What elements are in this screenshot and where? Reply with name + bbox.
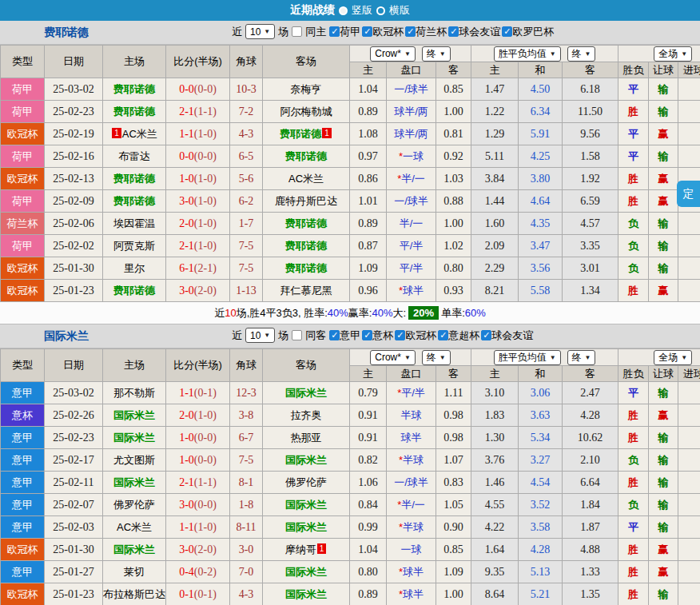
league-checkbox[interactable]: ✓ [362, 330, 372, 340]
odds-stage-select[interactable]: 终▼ [422, 46, 451, 62]
league-checkbox[interactable]: ✓ [481, 330, 491, 340]
league-checkbox[interactable]: ✓ [405, 26, 416, 37]
match-date: 25-01-23 [45, 280, 103, 302]
match-date: 25-01-30 [45, 539, 103, 561]
result-label: 胜 [618, 404, 649, 427]
league-badge: 欧冠杯 [1, 168, 45, 190]
avg-home-odds: 5.11 [471, 145, 519, 168]
away-team: 费耶诺德 [263, 145, 350, 168]
bookmaker-select[interactable]: Crow*▼ [370, 46, 416, 62]
near-label: 近 [232, 328, 242, 343]
avg-odds-select[interactable]: 胜平负均值▼ [494, 350, 561, 365]
goals-cell-clipped [678, 101, 700, 123]
league-checkbox[interactable]: ✓ [395, 330, 405, 340]
table-row: 意杯25-02-26国际米兰2-0(1-0)3-8拉齐奥0.91半球0.981.… [1, 404, 700, 427]
corners-count: 6-7 [230, 427, 263, 449]
col-header-avg-home: 主 [471, 366, 519, 382]
handicap-result-label: 输 [649, 516, 678, 539]
handicap-result-label: 输 [649, 382, 678, 404]
handicap-odds-away: 0.85 [436, 539, 471, 561]
vertical-layout-label: 竖版 [352, 3, 372, 18]
avg-odds-select[interactable]: 胜平负均值▼ [494, 46, 561, 62]
handicap-odds-away: 0.90 [436, 516, 471, 539]
handicap-line: 一/球半 [387, 472, 436, 494]
away-team: 奈梅亨 [263, 78, 350, 101]
avg-stage-select[interactable]: 终▼ [567, 350, 596, 365]
handicap-line: *半球 [387, 449, 436, 472]
league-checkbox[interactable]: ✓ [362, 26, 372, 37]
handicap-odds-away: 0.80 [436, 257, 471, 280]
league-checkbox[interactable]: ✓ [502, 26, 512, 37]
avg-draw-odds: 3.27 [519, 449, 563, 472]
page-title: 近期战绩 [290, 3, 335, 18]
summary-text: 20% [408, 306, 439, 320]
same-venue-checkbox[interactable] [292, 330, 302, 340]
league-checkbox[interactable]: ✓ [448, 26, 459, 37]
home-team: 费耶诺德 [103, 78, 166, 101]
avg-away-odds: 4.88 [563, 539, 618, 561]
col-header-date: 日期 [45, 349, 103, 382]
result-label: 负 [618, 213, 649, 235]
avg-home-odds: 2.09 [471, 235, 519, 257]
avg-stage-select[interactable]: 终▼ [567, 46, 596, 62]
same-venue-checkbox[interactable] [292, 26, 302, 37]
avg-away-odds: 6.59 [563, 190, 618, 213]
handicap-result-label: 输 [649, 427, 678, 449]
result-label: 胜 [618, 472, 649, 494]
match-count-select[interactable]: 10▼ [245, 328, 275, 343]
avg-draw-odds: 5.91 [519, 123, 563, 145]
table-row: 欧冠杯25-02-13费耶诺德1-0(1-0)5-6AC米兰0.86*半/一1.… [1, 168, 700, 190]
table-row: 欧冠杯25-01-23费耶诺德3-0(2-0)1-13拜仁慕尼黑0.96*球半0… [1, 280, 700, 302]
results-table-feyenoord: 类型 日期 主场 比分(半场) 角球 客场 Crow*▼ 终▼ 胜平负均值▼ 终… [0, 45, 700, 302]
corners-count: 10-3 [230, 78, 263, 101]
scope-select[interactable]: 全场▼ [654, 350, 692, 365]
odds-stage-select[interactable]: 终▼ [422, 350, 451, 365]
league-checkbox-label: 球会友谊 [459, 25, 500, 39]
summary-text: 大: [392, 306, 406, 320]
corners-count: 12-3 [230, 382, 263, 404]
horizontal-layout-radio[interactable] [376, 6, 385, 15]
goals-cell-clipped [678, 427, 700, 449]
match-date: 25-02-06 [45, 213, 103, 235]
result-label: 胜 [618, 427, 649, 449]
league-checkbox-label: 欧冠杯 [372, 25, 404, 39]
league-checkbox[interactable]: ✓ [329, 330, 340, 340]
corners-count: 7-5 [230, 449, 263, 472]
avg-home-odds: 4.55 [471, 494, 519, 516]
result-label: 平 [618, 382, 649, 404]
avg-home-odds: 3.84 [471, 168, 519, 190]
home-team: 费耶诺德 [103, 280, 166, 302]
chevron-down-icon: ▼ [404, 354, 411, 361]
avg-draw-odds: 3.52 [519, 494, 563, 516]
league-badge: 意甲 [1, 382, 45, 404]
handicap-result-label: 输 [649, 494, 678, 516]
scope-select[interactable]: 全场▼ [654, 46, 692, 62]
handicap-odds-home: 1.09 [350, 257, 387, 280]
customize-button[interactable]: 定 [677, 181, 700, 207]
league-checkbox[interactable]: ✓ [329, 26, 340, 37]
section-bar-feyenoord: 费耶诺德 近 10▼ 场 同主 ✓荷甲✓欧冠杯✓荷兰杯✓球会友谊✓欧罗巴杯 [0, 21, 700, 45]
goals-cell-clipped [678, 583, 700, 605]
league-badge: 欧冠杯 [1, 539, 45, 561]
league-badge: 荷甲 [1, 101, 45, 123]
matches-label: 场 [278, 25, 288, 39]
avg-away-odds: 1.34 [563, 280, 618, 302]
home-team: 1AC米兰 [103, 123, 166, 145]
handicap-result-label: 输 [649, 449, 678, 472]
match-score: 3-0(2-0) [166, 539, 230, 561]
match-date: 25-02-09 [45, 190, 103, 213]
table-row: 欧冠杯25-01-30国际米兰3-0(2-0)3-0摩纳哥11.04一球0.85… [1, 539, 700, 561]
result-label: 平 [618, 516, 649, 539]
corners-count: 7-2 [230, 101, 263, 123]
col-header-goals: 进球 [678, 366, 700, 382]
match-count-select[interactable]: 10▼ [245, 24, 275, 39]
avg-draw-odds: 5.13 [519, 561, 563, 583]
red-card-badge: 1 [317, 543, 327, 554]
bookmaker-select[interactable]: Crow*▼ [370, 350, 416, 365]
vertical-layout-radio[interactable] [339, 6, 348, 15]
match-score: 0-1(0-1) [166, 583, 230, 605]
goals-cell-clipped [678, 539, 700, 561]
handicap-odds-away: 1.02 [436, 235, 471, 257]
team-name: 国际米兰 [44, 329, 89, 344]
league-checkbox[interactable]: ✓ [438, 330, 448, 340]
